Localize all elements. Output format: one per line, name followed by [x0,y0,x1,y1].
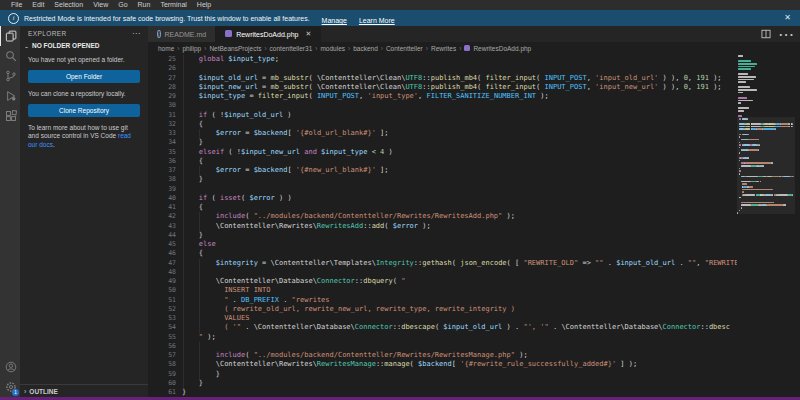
line-number: 29 [148,92,182,101]
menu-item-file[interactable]: File [6,0,27,10]
menu-item-edit[interactable]: Edit [27,0,49,10]
code-line[interactable]: 42include( "../modules/backend/Contentte… [148,212,737,221]
activity-explorer[interactable] [0,26,20,46]
more-actions-icon[interactable]: ⋯ [778,25,794,44]
menu-item-view[interactable]: View [88,0,113,10]
chevron-right-icon: › [264,45,266,52]
code-line[interactable]: 59} [148,370,737,379]
code-line[interactable]: 60} [148,379,737,388]
tab-rewritesdoadd-php[interactable]: RewritesDoAdd.php✕ [216,26,321,42]
menu-item-terminal[interactable]: Terminal [155,0,191,10]
code-line[interactable]: 33$error = $backend[ '{#old_url_blank#}'… [148,129,737,138]
menu-item-help[interactable]: Help [192,0,216,10]
line-number: 56 [148,342,182,351]
breadcrumb-item[interactable]: NetBeansProjects [209,45,261,52]
minimap-viewport[interactable] [737,117,795,214]
breadcrumb-item[interactable]: Contentteller [386,45,423,52]
line-number: 46 [148,249,182,258]
more-actions-icon[interactable]: ⋯ [132,31,140,37]
tab-label: README.md [165,31,207,38]
code-line[interactable]: 39 [148,185,737,194]
code-line[interactable]: 34} [148,138,737,147]
section-no-folder-opened[interactable]: ⌄ NO FOLDER OPENED [20,39,148,52]
code-line[interactable]: 30 [148,101,737,110]
code-line[interactable]: 36{ [148,157,737,166]
manage-link[interactable]: Manage [322,17,347,24]
code-line[interactable]: 31if ( !$input_old_url ) [148,111,737,120]
code-line[interactable]: 40if ( isset( $error ) ) [148,194,737,203]
menu-item-selection[interactable]: Selection [49,0,88,10]
open-folder-button[interactable]: Open Folder [28,70,140,83]
code-line[interactable]: 45else [148,240,737,249]
breadcrumb-item[interactable]: backend [353,45,378,52]
info-icon: i [157,30,161,38]
code-line[interactable]: 26 [148,64,737,73]
learn-more-link[interactable]: Learn More [359,17,395,24]
code-line[interactable]: 32{ [148,120,737,129]
code-line[interactable]: 50INSERT INTO [148,286,737,295]
chevron-right-icon: › [24,388,26,395]
no-folder-text: You have not yet opened a folder. [28,56,140,65]
line-number: 54 [148,323,182,332]
breadcrumb-item[interactable]: RewritesDoAdd.php [464,45,531,52]
chevron-right-icon: › [204,45,206,52]
tab-readme-md[interactable]: iREADME.md [148,26,216,42]
code-line[interactable]: 54( '" . \Contentteller\Database\Connect… [148,323,737,332]
clone-repository-button[interactable]: Clone Repository [28,104,140,117]
code-line[interactable]: 57include( "../modules/backend/Contentte… [148,351,737,360]
source-control-icon [5,70,17,82]
code-line[interactable]: 27$input_old_url = mb_substr( \Contentte… [148,74,737,83]
code-line[interactable]: 29$input_type = filter_input( INPUT_POST… [148,92,737,101]
breadcrumb-item[interactable]: philipp [182,45,201,52]
code-line[interactable]: 47$integrity = \Contentteller\Templates\… [148,259,737,268]
chevron-down-icon: ⌄ [24,43,29,49]
code-line[interactable]: 52( rewrite_old_url, rewrite_new_url, re… [148,305,737,314]
activity-source-control[interactable] [0,66,20,86]
menu-item-run[interactable]: Run [133,0,156,10]
code-line[interactable]: 48 [148,268,737,277]
code-line[interactable]: 37$error = $backend[ '{#new_url_blank#}'… [148,166,737,175]
code-line[interactable]: 38} [148,175,737,184]
line-number: 41 [148,203,182,212]
code-line[interactable]: 51" . DB_PREFIX . "rewrites [148,296,737,305]
code-line[interactable]: 35elseif ( !$input_new_url and $input_ty… [148,148,737,157]
code-line[interactable]: 49\Contentteller\Database\Connector::dbq… [148,277,737,286]
minimap[interactable] [737,54,795,397]
code-line[interactable]: 58\Contentteller\Rewrites\RewritesManage… [148,360,737,369]
code-line[interactable]: 53VALUES [148,314,737,323]
code-editor[interactable]: 25global $input_type;2627$input_old_url … [148,55,737,397]
code-line[interactable]: 28$input_new_url = mb_substr( \Contentte… [148,83,737,92]
activity-accounts[interactable] [0,357,20,377]
code-line[interactable]: 46{ [148,249,737,258]
breadcrumb-item[interactable]: contentteller31 [270,45,313,52]
line-number: 38 [148,175,182,184]
code-line[interactable]: 61} [148,388,737,397]
breadcrumb-item[interactable]: modules [320,45,345,52]
code-line[interactable]: 43\Contentteller\Rewrites\RewritesAdd::a… [148,222,737,231]
close-icon[interactable]: ✕ [784,13,791,22]
code-line[interactable]: 25global $input_type; [148,55,737,64]
sidebar-title: EXPLORER [28,30,67,37]
code-line[interactable]: 55" ); [148,333,737,342]
chevron-right-icon: › [177,45,179,52]
menu-bar: FileEditSelectionViewGoRunTerminalHelp [0,0,800,10]
code-line[interactable]: 44} [148,231,737,240]
breadcrumb-item[interactable]: home [158,45,174,52]
code-line[interactable]: 56 [148,342,737,351]
php-icon [464,45,470,51]
activity-settings[interactable]: 1 [0,377,20,397]
close-icon[interactable]: ✕ [305,30,311,38]
code-line[interactable]: 41{ [148,203,737,212]
search-icon [5,50,17,62]
outline-section-header[interactable]: › OUTLINE [20,384,148,397]
menu-item-go[interactable]: Go [113,0,132,10]
activity-extensions[interactable] [0,106,20,126]
settings-badge: 1 [12,389,19,396]
activity-run-debug[interactable] [0,86,20,106]
split-editor-icon[interactable] [761,29,771,39]
line-number: 35 [148,148,182,157]
files-icon [5,30,17,42]
line-number: 52 [148,305,182,314]
breadcrumb-item[interactable]: Rewrites [431,45,456,52]
activity-search[interactable] [0,46,20,66]
